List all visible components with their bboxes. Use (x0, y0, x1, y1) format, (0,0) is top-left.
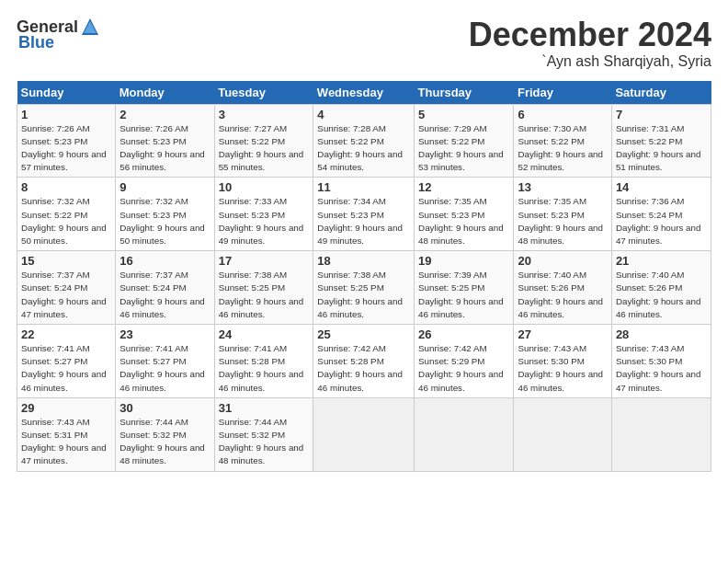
calendar-week-row: 22Sunrise: 7:41 AMSunset: 5:27 PMDayligh… (17, 325, 711, 398)
weekday-header-saturday: Saturday (611, 81, 711, 105)
day-number: 30 (119, 401, 210, 415)
day-number: 4 (317, 108, 410, 121)
day-detail: Sunrise: 7:44 AMSunset: 5:32 PMDaylight:… (219, 417, 304, 466)
calendar-day-cell: 27Sunrise: 7:43 AMSunset: 5:30 PMDayligh… (514, 325, 611, 398)
day-detail: Sunrise: 7:28 AMSunset: 5:22 PMDaylight:… (317, 123, 403, 173)
day-detail: Sunrise: 7:44 AMSunset: 5:32 PMDaylight:… (119, 417, 205, 466)
calendar-day-cell: 28Sunrise: 7:43 AMSunset: 5:30 PMDayligh… (611, 325, 711, 398)
calendar-day-cell (313, 397, 415, 471)
day-detail: Sunrise: 7:29 AMSunset: 5:22 PMDaylight:… (418, 123, 504, 173)
day-detail: Sunrise: 7:40 AMSunset: 5:26 PMDaylight:… (518, 270, 603, 319)
day-detail: Sunrise: 7:40 AMSunset: 5:26 PMDaylight:… (616, 270, 701, 319)
day-number: 28 (616, 327, 707, 341)
day-detail: Sunrise: 7:32 AMSunset: 5:22 PMDaylight:… (21, 196, 107, 246)
calendar-day-cell: 10Sunrise: 7:33 AMSunset: 5:23 PMDayligh… (214, 178, 313, 251)
day-detail: Sunrise: 7:37 AMSunset: 5:24 PMDaylight:… (119, 270, 205, 319)
calendar-day-cell: 23Sunrise: 7:41 AMSunset: 5:27 PMDayligh… (116, 325, 214, 398)
day-detail: Sunrise: 7:35 AMSunset: 5:23 PMDaylight:… (418, 196, 504, 246)
calendar-day-cell: 20Sunrise: 7:40 AMSunset: 5:26 PMDayligh… (514, 251, 611, 325)
calendar-week-row: 1Sunrise: 7:26 AMSunset: 5:23 PMDaylight… (17, 104, 711, 178)
day-number: 18 (317, 254, 410, 268)
calendar-week-row: 29Sunrise: 7:43 AMSunset: 5:31 PMDayligh… (17, 397, 711, 471)
calendar-day-cell: 9Sunrise: 7:32 AMSunset: 5:23 PMDaylight… (116, 178, 214, 251)
calendar-day-cell: 21Sunrise: 7:40 AMSunset: 5:26 PMDayligh… (611, 251, 711, 325)
day-detail: Sunrise: 7:26 AMSunset: 5:23 PMDaylight:… (119, 123, 205, 173)
calendar-day-cell: 3Sunrise: 7:27 AMSunset: 5:22 PMDaylight… (214, 104, 313, 178)
day-detail: Sunrise: 7:42 AMSunset: 5:28 PMDaylight:… (317, 343, 403, 393)
day-number: 7 (616, 108, 707, 121)
calendar-day-cell: 30Sunrise: 7:44 AMSunset: 5:32 PMDayligh… (116, 397, 214, 471)
calendar-day-cell: 12Sunrise: 7:35 AMSunset: 5:23 PMDayligh… (415, 178, 514, 251)
calendar-day-cell (415, 397, 514, 471)
day-detail: Sunrise: 7:37 AMSunset: 5:24 PMDaylight:… (21, 270, 107, 319)
calendar-day-cell: 1Sunrise: 7:26 AMSunset: 5:23 PMDaylight… (17, 104, 116, 178)
day-number: 23 (119, 327, 210, 341)
calendar-day-cell: 31Sunrise: 7:44 AMSunset: 5:32 PMDayligh… (214, 397, 313, 471)
calendar-day-cell: 8Sunrise: 7:32 AMSunset: 5:22 PMDaylight… (17, 178, 116, 251)
day-number: 24 (219, 327, 310, 341)
day-detail: Sunrise: 7:39 AMSunset: 5:25 PMDaylight:… (418, 270, 504, 319)
location-title: `Ayn ash Sharqiyah, Syria (469, 53, 711, 70)
day-number: 20 (518, 254, 607, 268)
calendar-day-cell: 5Sunrise: 7:29 AMSunset: 5:22 PMDaylight… (415, 104, 514, 178)
logo-icon (80, 17, 100, 37)
day-detail: Sunrise: 7:35 AMSunset: 5:23 PMDaylight:… (518, 196, 603, 246)
day-detail: Sunrise: 7:31 AMSunset: 5:22 PMDaylight:… (616, 123, 701, 173)
day-number: 5 (418, 108, 509, 121)
month-title: December 2024 (469, 17, 711, 53)
day-number: 12 (418, 180, 509, 194)
day-detail: Sunrise: 7:34 AMSunset: 5:23 PMDaylight:… (317, 196, 403, 246)
day-detail: Sunrise: 7:26 AMSunset: 5:23 PMDaylight:… (21, 123, 107, 173)
calendar-day-cell (611, 397, 711, 471)
day-detail: Sunrise: 7:38 AMSunset: 5:25 PMDaylight:… (219, 270, 304, 319)
calendar-week-row: 15Sunrise: 7:37 AMSunset: 5:24 PMDayligh… (17, 251, 711, 325)
day-detail: Sunrise: 7:27 AMSunset: 5:22 PMDaylight:… (219, 123, 304, 173)
day-number: 29 (21, 401, 111, 415)
calendar-week-row: 8Sunrise: 7:32 AMSunset: 5:22 PMDaylight… (17, 178, 711, 251)
weekday-header-monday: Monday (116, 81, 214, 105)
svg-marker-1 (84, 21, 97, 33)
day-number: 25 (317, 327, 410, 341)
calendar-day-cell: 22Sunrise: 7:41 AMSunset: 5:27 PMDayligh… (17, 325, 116, 398)
calendar-day-cell: 17Sunrise: 7:38 AMSunset: 5:25 PMDayligh… (214, 251, 313, 325)
day-detail: Sunrise: 7:42 AMSunset: 5:29 PMDaylight:… (418, 343, 504, 393)
calendar-day-cell: 18Sunrise: 7:38 AMSunset: 5:25 PMDayligh… (313, 251, 415, 325)
calendar-day-cell: 16Sunrise: 7:37 AMSunset: 5:24 PMDayligh… (116, 251, 214, 325)
calendar-day-cell: 14Sunrise: 7:36 AMSunset: 5:24 PMDayligh… (611, 178, 711, 251)
logo-blue-text: Blue (18, 33, 54, 52)
weekday-header-thursday: Thursday (415, 81, 514, 105)
day-detail: Sunrise: 7:43 AMSunset: 5:30 PMDaylight:… (616, 343, 701, 393)
day-number: 11 (317, 180, 410, 194)
day-number: 17 (219, 254, 310, 268)
day-detail: Sunrise: 7:30 AMSunset: 5:22 PMDaylight:… (518, 123, 603, 173)
calendar-day-cell: 19Sunrise: 7:39 AMSunset: 5:25 PMDayligh… (415, 251, 514, 325)
calendar-day-cell: 11Sunrise: 7:34 AMSunset: 5:23 PMDayligh… (313, 178, 415, 251)
header: General Blue December 2024 `Ayn ash Shar… (17, 17, 711, 70)
calendar-day-cell: 29Sunrise: 7:43 AMSunset: 5:31 PMDayligh… (17, 397, 116, 471)
day-number: 22 (21, 327, 111, 341)
weekday-header-sunday: Sunday (17, 81, 116, 105)
day-number: 8 (21, 180, 111, 194)
day-number: 3 (219, 108, 310, 121)
weekday-header-row: SundayMondayTuesdayWednesdayThursdayFrid… (17, 81, 711, 105)
calendar-table: SundayMondayTuesdayWednesdayThursdayFrid… (17, 81, 711, 472)
calendar-day-cell: 26Sunrise: 7:42 AMSunset: 5:29 PMDayligh… (415, 325, 514, 398)
logo: General Blue (17, 17, 100, 52)
day-number: 1 (21, 108, 111, 121)
day-detail: Sunrise: 7:38 AMSunset: 5:25 PMDaylight:… (317, 270, 403, 319)
calendar-day-cell: 2Sunrise: 7:26 AMSunset: 5:23 PMDaylight… (116, 104, 214, 178)
day-number: 26 (418, 327, 509, 341)
day-detail: Sunrise: 7:43 AMSunset: 5:30 PMDaylight:… (518, 343, 603, 393)
day-detail: Sunrise: 7:43 AMSunset: 5:31 PMDaylight:… (21, 417, 107, 466)
title-block: December 2024 `Ayn ash Sharqiyah, Syria (469, 17, 711, 70)
weekday-header-tuesday: Tuesday (214, 81, 313, 105)
calendar-day-cell (514, 397, 611, 471)
calendar-day-cell: 25Sunrise: 7:42 AMSunset: 5:28 PMDayligh… (313, 325, 415, 398)
calendar-day-cell: 15Sunrise: 7:37 AMSunset: 5:24 PMDayligh… (17, 251, 116, 325)
day-number: 19 (418, 254, 509, 268)
day-number: 27 (518, 327, 607, 341)
calendar-day-cell: 4Sunrise: 7:28 AMSunset: 5:22 PMDaylight… (313, 104, 415, 178)
day-detail: Sunrise: 7:33 AMSunset: 5:23 PMDaylight:… (219, 196, 304, 246)
page: General Blue December 2024 `Ayn ash Shar… (0, 0, 728, 481)
day-number: 16 (119, 254, 210, 268)
